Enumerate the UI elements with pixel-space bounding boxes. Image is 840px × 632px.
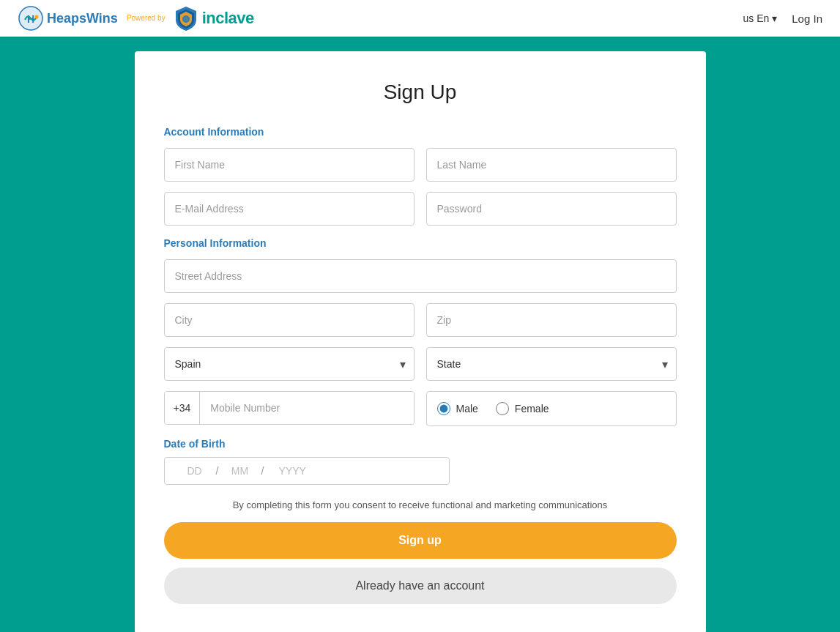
city-zip-row (164, 303, 677, 337)
heapswins-logo[interactable]: H HeapsWins (18, 5, 118, 31)
signup-button[interactable]: Sign up (164, 522, 677, 559)
gender-male-label[interactable]: Male (437, 402, 478, 415)
inclave-prefix: in (202, 9, 216, 27)
gender-female-text: Female (515, 403, 549, 414)
header-right: us En ▾ Log In (743, 12, 822, 25)
first-name-group (164, 148, 415, 182)
phone-prefix: +34 (165, 392, 201, 424)
phone-gender-row: +34 Male Female (164, 391, 677, 426)
language-selector[interactable]: us En ▾ (743, 12, 777, 24)
svg-point-3 (35, 15, 39, 19)
header: H HeapsWins Powered by ⬡ inclave (0, 0, 840, 37)
inclave-main: clave (215, 9, 254, 27)
language-chevron-icon: ▾ (772, 12, 777, 24)
dob-field: / / (164, 457, 450, 485)
gender-male-text: Male (456, 403, 478, 414)
city-input[interactable] (164, 303, 415, 337)
dob-month-input[interactable] (221, 465, 258, 477)
heapswins-logo-text: HeapsWins (47, 11, 118, 26)
country-state-row: Spain USA UK ▾ State Madrid Barcelona ▾ (164, 347, 677, 381)
email-input[interactable] (164, 192, 415, 226)
gender-female-radio[interactable] (496, 402, 509, 415)
form-title: Sign Up (164, 81, 677, 104)
street-input[interactable] (164, 259, 677, 293)
main-content: Sign Up Account Information (0, 37, 840, 632)
password-group (426, 192, 677, 226)
svg-point-5 (182, 15, 190, 23)
password-input[interactable] (426, 192, 677, 226)
last-name-group (426, 148, 677, 182)
language-label: us En (743, 12, 769, 24)
dob-separator-2: / (258, 465, 267, 477)
country-select[interactable]: Spain USA UK (164, 347, 415, 381)
gender-male-radio[interactable] (437, 402, 450, 415)
dob-separator-1: / (213, 465, 222, 477)
first-name-input[interactable] (164, 148, 415, 182)
name-row (164, 148, 677, 182)
account-section-label: Account Information (164, 126, 677, 138)
phone-field: +34 (164, 391, 415, 425)
street-group (164, 259, 677, 293)
powered-by-text: Powered by (127, 14, 166, 23)
city-group (164, 303, 415, 337)
gender-group: Male Female (426, 391, 677, 426)
personal-section-label: Personal Information (164, 237, 677, 249)
mobile-input[interactable] (200, 392, 413, 424)
inclave-logo[interactable]: ⬡ inclave (174, 5, 254, 31)
signup-form-card: Sign Up Account Information (135, 51, 706, 632)
consent-text: By completing this form you consent to r… (164, 499, 677, 510)
zip-input[interactable] (426, 303, 677, 337)
dob-year-input[interactable] (267, 465, 318, 477)
heapswins-logo-icon: H (18, 5, 44, 31)
inclave-logo-text: inclave (202, 9, 254, 28)
already-have-account-button[interactable]: Already have an account (164, 568, 677, 604)
country-select-wrapper: Spain USA UK ▾ (164, 347, 415, 381)
dob-day-input[interactable] (176, 465, 213, 477)
state-select[interactable]: State Madrid Barcelona (426, 347, 677, 381)
street-row (164, 259, 677, 293)
phone-group: +34 (164, 391, 415, 426)
email-group (164, 192, 415, 226)
gender-options: Male Female (426, 391, 677, 426)
dob-section-label: Date of Birth (164, 438, 677, 450)
email-password-row (164, 192, 677, 226)
zip-group (426, 303, 677, 337)
last-name-input[interactable] (426, 148, 677, 182)
inclave-shield-icon: ⬡ (174, 5, 198, 31)
gender-female-label[interactable]: Female (496, 402, 549, 415)
login-button[interactable]: Log In (792, 12, 822, 25)
state-select-wrapper: State Madrid Barcelona ▾ (426, 347, 677, 381)
header-left: H HeapsWins Powered by ⬡ inclave (18, 5, 254, 31)
